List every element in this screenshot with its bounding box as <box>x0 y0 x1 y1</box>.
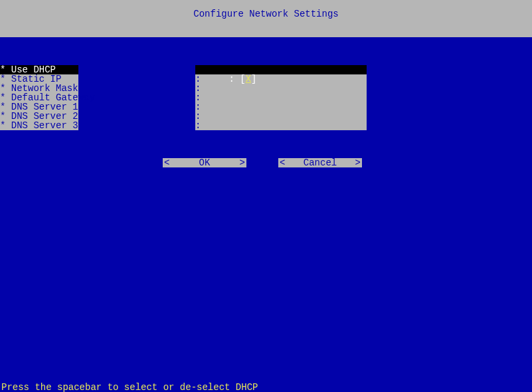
field-values-column: : [X] : : : : : : <box>195 65 367 130</box>
value-dns-server-1[interactable]: : <box>195 102 367 112</box>
ok-button[interactable]: < OK > <box>163 158 246 167</box>
field-labels-column: * Use DHCP * Static IP * Network Mask * … <box>0 65 78 130</box>
screen: Configure Network Settings * Use DHCP * … <box>0 0 532 392</box>
ok-bracket-open: < <box>164 158 169 167</box>
cancel-bracket-close: > <box>355 158 361 167</box>
dialog-title: Configure Network Settings <box>0 9 532 19</box>
checkbox-open-bracket: [ <box>240 74 245 84</box>
label-network-mask[interactable]: * Network Mask <box>0 84 78 93</box>
label-dns-server-2[interactable]: * DNS Server 2 <box>0 112 78 121</box>
label-dns-server-3[interactable]: * DNS Server 3 <box>0 121 78 130</box>
label-default-gateway[interactable]: * Default Gateway <box>0 93 78 102</box>
label-dns-server-1[interactable]: * DNS Server 1 <box>0 102 78 112</box>
checkbox-mark: X <box>246 74 251 84</box>
value-dns-server-2[interactable]: : <box>195 112 367 121</box>
checkbox-close-bracket: ] <box>251 74 256 84</box>
cancel-bracket-open: < <box>280 158 285 167</box>
value-default-gateway[interactable]: : <box>195 93 367 102</box>
label-use-dhcp[interactable]: * Use DHCP <box>0 65 78 74</box>
ok-button-label: OK <box>163 158 246 167</box>
cancel-button-label: Cancel <box>278 158 362 167</box>
value-use-dhcp[interactable]: : [X] <box>195 65 367 74</box>
ok-bracket-close: > <box>240 158 245 167</box>
label-static-ip[interactable]: * Static IP <box>0 74 78 84</box>
cancel-button[interactable]: < Cancel > <box>278 158 362 167</box>
value-separator: : <box>195 120 201 131</box>
status-bar: Press the spacebar to select or de-selec… <box>0 383 532 392</box>
value-dns-server-3[interactable]: : <box>195 121 367 130</box>
button-row: < OK > < Cancel > <box>0 158 532 167</box>
title-bar: Configure Network Settings <box>0 0 532 37</box>
value-network-mask[interactable]: : <box>195 84 367 93</box>
value-separator: : <box>228 74 234 84</box>
